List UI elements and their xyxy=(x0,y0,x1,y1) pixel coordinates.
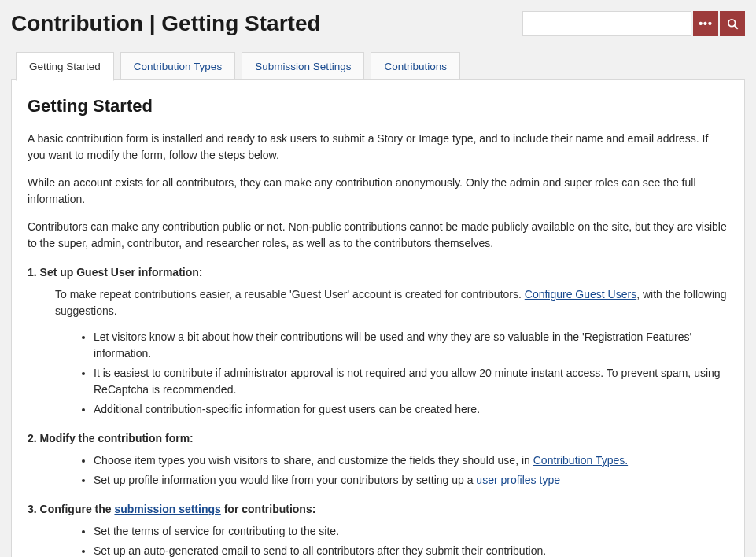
step-1-list: Let visitors know a bit about how their … xyxy=(94,329,728,418)
tab-submission-settings[interactable]: Submission Settings xyxy=(242,52,364,80)
list-item: Choose item types you wish visitors to s… xyxy=(94,452,728,469)
tabs: Getting Started Contribution Types Submi… xyxy=(16,52,745,80)
list-item: It is easiest to contribute if administr… xyxy=(94,365,728,398)
tab-contribution-types[interactable]: Contribution Types xyxy=(120,52,235,80)
configure-guest-users-link[interactable]: Configure Guest Users xyxy=(525,288,636,301)
list-item: Let visitors know a bit about how their … xyxy=(94,329,728,362)
step-1-description: To make repeat contributions easier, a r… xyxy=(55,286,728,319)
page-title: Contribution | Getting Started xyxy=(11,11,321,36)
search-button[interactable] xyxy=(720,11,745,36)
ellipsis-icon: ••• xyxy=(699,18,713,29)
step-3-list: Set the terms of service for contributin… xyxy=(94,523,728,557)
svg-point-0 xyxy=(728,19,735,26)
user-profiles-type-link[interactable]: user profiles type xyxy=(476,474,560,486)
list-item: Set the terms of service for contributin… xyxy=(94,523,728,540)
advanced-search-button[interactable]: ••• xyxy=(693,11,718,36)
list-item: Set up profile information you would lik… xyxy=(94,472,728,489)
search-icon xyxy=(727,18,739,30)
intro-paragraph-3: Contributors can make any contribution p… xyxy=(28,219,728,252)
search-group: ••• xyxy=(522,11,745,36)
tab-contributions[interactable]: Contributions xyxy=(371,52,460,80)
list-item: Set up an auto-generated email to send t… xyxy=(94,543,728,557)
list-item: Additional contribution-specific informa… xyxy=(94,401,728,418)
tab-getting-started[interactable]: Getting Started xyxy=(16,52,114,81)
section-heading: Getting Started xyxy=(28,96,728,116)
intro-paragraph-1: A basic contribution form is installed a… xyxy=(28,131,728,164)
submission-settings-link[interactable]: submission settings xyxy=(114,503,220,515)
step-3-heading: 3. Configure the submission settings for… xyxy=(28,503,728,515)
step-2-list: Choose item types you wish visitors to s… xyxy=(94,452,728,489)
step-1-heading: 1. Set up Guest User information: xyxy=(28,266,728,278)
content-panel: Getting Started A basic contribution for… xyxy=(11,79,745,557)
search-input[interactable] xyxy=(522,11,691,36)
svg-line-1 xyxy=(734,25,737,28)
intro-paragraph-2: While an account exists for all contribu… xyxy=(28,175,728,208)
contribution-types-link[interactable]: Contribution Types. xyxy=(533,454,628,467)
step-2-heading: 2. Modify the contribution form: xyxy=(28,432,728,444)
